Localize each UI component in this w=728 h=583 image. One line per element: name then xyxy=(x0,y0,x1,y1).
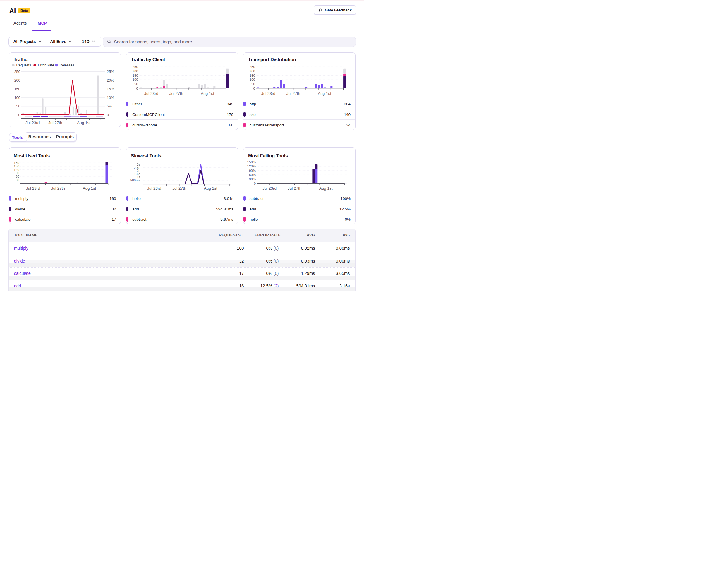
svg-text:50: 50 xyxy=(134,82,138,85)
svg-text:Jul 23rd: Jul 23rd xyxy=(144,91,158,96)
svg-text:30: 30 xyxy=(16,178,19,181)
svg-text:100: 100 xyxy=(250,78,255,81)
svg-text:Jul 23rd: Jul 23rd xyxy=(25,120,40,125)
svg-text:Jul 27th: Jul 27th xyxy=(169,91,183,96)
svg-text:Releases: Releases xyxy=(59,63,74,67)
svg-text:500ms: 500ms xyxy=(130,179,140,182)
svg-text:Aug 1st: Aug 1st xyxy=(82,186,96,191)
svg-text:250: 250 xyxy=(250,65,255,69)
svg-text:50: 50 xyxy=(16,104,20,108)
svg-text:0: 0 xyxy=(253,86,255,90)
svg-text:0: 0 xyxy=(18,113,20,117)
svg-text:Jul 27th: Jul 27th xyxy=(286,91,300,96)
svg-text:15%: 15% xyxy=(107,87,114,91)
svg-text:150: 150 xyxy=(14,87,20,91)
svg-text:0: 0 xyxy=(107,113,109,117)
svg-text:Jul 23rd: Jul 23rd xyxy=(262,186,277,191)
svg-text:150: 150 xyxy=(14,164,19,168)
svg-text:200: 200 xyxy=(132,69,138,73)
svg-text:Jul 27th: Jul 27th xyxy=(172,186,186,191)
svg-text:Aug 1st: Aug 1st xyxy=(318,91,331,96)
svg-text:120%: 120% xyxy=(247,164,256,168)
svg-text:150%: 150% xyxy=(247,160,256,163)
svg-text:250: 250 xyxy=(132,65,138,69)
svg-text:Jul 27th: Jul 27th xyxy=(288,186,302,191)
svg-text:0: 0 xyxy=(254,181,256,185)
svg-text:25%: 25% xyxy=(107,70,114,74)
svg-text:150: 150 xyxy=(250,73,255,77)
svg-text:Aug 1st: Aug 1st xyxy=(77,120,90,125)
svg-text:200: 200 xyxy=(250,69,255,73)
svg-text:100: 100 xyxy=(132,78,138,81)
svg-text:Jul 23rd: Jul 23rd xyxy=(147,186,161,191)
svg-text:5%: 5% xyxy=(107,104,112,108)
svg-text:Jul 27th: Jul 27th xyxy=(51,186,65,191)
svg-text:Jul 23rd: Jul 23rd xyxy=(261,91,275,96)
svg-text:30%: 30% xyxy=(249,177,256,181)
svg-text:0: 0 xyxy=(136,86,138,90)
svg-text:60%: 60% xyxy=(249,173,256,176)
svg-text:Aug 1st: Aug 1st xyxy=(319,186,333,191)
svg-text:Jul 27th: Jul 27th xyxy=(48,120,62,125)
svg-text:Aug 1st: Aug 1st xyxy=(204,186,217,191)
svg-text:250: 250 xyxy=(14,70,20,74)
svg-text:150: 150 xyxy=(132,73,138,77)
svg-text:90%: 90% xyxy=(249,169,256,172)
svg-text:120: 120 xyxy=(14,168,19,171)
svg-text:90: 90 xyxy=(16,171,19,175)
svg-text:Jul 23rd: Jul 23rd xyxy=(26,186,40,191)
svg-text:100: 100 xyxy=(14,95,20,100)
svg-text:2.5s: 2.5s xyxy=(134,166,140,169)
svg-text:20%: 20% xyxy=(107,78,114,82)
svg-text:180: 180 xyxy=(14,161,19,164)
svg-text:60: 60 xyxy=(16,175,19,178)
svg-text:Error Rate: Error Rate xyxy=(38,63,54,67)
svg-text:Aug 1st: Aug 1st xyxy=(201,91,214,96)
svg-text:50: 50 xyxy=(251,82,255,85)
svg-text:3s: 3s xyxy=(137,162,140,166)
svg-text:1s: 1s xyxy=(137,175,140,179)
svg-text:Requests: Requests xyxy=(16,63,31,67)
svg-text:10%: 10% xyxy=(107,95,114,100)
svg-text:2s: 2s xyxy=(137,169,140,172)
svg-text:1.5s: 1.5s xyxy=(134,172,140,176)
svg-text:200: 200 xyxy=(14,78,20,82)
